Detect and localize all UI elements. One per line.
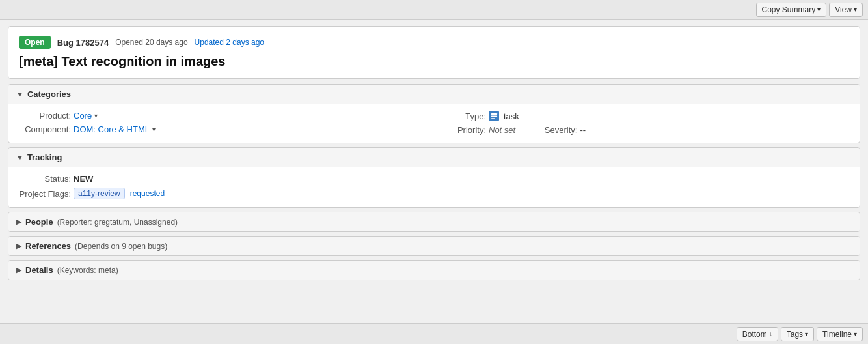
svg-rect-0 (491, 113, 496, 114)
priority-severity-row: Priority: Not set Severity: -- (434, 125, 849, 135)
component-row: Component: DOM: Core & HTML ▾ (19, 124, 434, 134)
timeline-label: Timeline (822, 330, 852, 339)
component-dropdown-icon[interactable]: ▾ (152, 126, 156, 133)
people-header[interactable]: ▶ People (Reporter: gregtatum, Unassigne… (8, 212, 860, 231)
details-header[interactable]: ▶ Details (Keywords: meta) (8, 261, 860, 280)
people-subtitle: (Reporter: gregtatum, Unassigned) (57, 218, 178, 227)
categories-grid: Product: Core ▾ Component: DOM: Core & H… (19, 111, 849, 135)
bug-id: Bug 1782574 (57, 38, 109, 48)
details-subtitle: (Keywords: meta) (57, 266, 118, 275)
bottom-toolbar: Bottom ↓ Tags ▾ Timeline ▾ (0, 323, 868, 344)
task-icon (489, 111, 499, 121)
product-label: Product: (19, 111, 71, 121)
categories-collapse-icon: ▼ (16, 91, 23, 98)
product-value[interactable]: Core (74, 111, 92, 121)
project-flags-label: Project Flags: (19, 189, 71, 199)
tracking-title: Tracking (27, 152, 62, 162)
product-row: Product: Core ▾ (19, 111, 434, 121)
status-label: Status: (19, 174, 71, 184)
timeline-button[interactable]: Timeline ▾ (817, 327, 863, 341)
categories-title: Categories (27, 89, 71, 99)
product-dropdown-icon[interactable]: ▾ (94, 112, 98, 119)
timeline-arrow-icon: ▾ (854, 330, 857, 337)
tags-label: Tags (787, 330, 803, 339)
tags-arrow-icon: ▾ (805, 330, 808, 337)
details-section: ▶ Details (Keywords: meta) (8, 260, 860, 280)
bottom-label: Bottom (742, 330, 767, 339)
categories-body: Product: Core ▾ Component: DOM: Core & H… (8, 104, 860, 143)
bottom-arrow-icon: ↓ (769, 330, 772, 337)
component-value[interactable]: DOM: Core & HTML (74, 124, 150, 134)
bug-meta-line: Open Bug 1782574 Opened 20 days ago Upda… (19, 36, 849, 49)
bug-title: [meta] Text recognition in images (19, 54, 849, 69)
categories-right: Type: task Priority: Not set (434, 111, 849, 135)
type-row: Type: task (434, 111, 849, 121)
svg-rect-1 (491, 115, 496, 117)
type-label: Type: (434, 111, 486, 121)
bug-updated-text[interactable]: Updated 2 days ago (195, 38, 264, 47)
tracking-section: ▼ Tracking Status: NEW Project Flags: a1… (8, 147, 860, 208)
details-collapse-icon: ▶ (16, 266, 21, 274)
priority-value[interactable]: Not set (489, 125, 515, 135)
categories-header[interactable]: ▼ Categories (8, 85, 860, 104)
severity-value[interactable]: -- (580, 125, 586, 135)
component-label: Component: (19, 124, 71, 134)
bug-header-card: Open Bug 1782574 Opened 20 days ago Upda… (8, 26, 860, 79)
references-collapse-icon: ▶ (16, 242, 21, 250)
copy-summary-arrow-icon: ▾ (817, 6, 821, 13)
priority-label: Priority: (434, 125, 486, 135)
categories-section: ▼ Categories Product: Core ▾ Component: … (8, 84, 860, 143)
severity-label: Severity: (525, 125, 577, 135)
svg-rect-2 (491, 118, 495, 119)
status-row: Status: NEW (19, 174, 849, 184)
copy-summary-button[interactable]: Copy Summary ▾ (756, 3, 827, 17)
status-badge: Open (19, 36, 51, 49)
people-title: People (25, 217, 53, 227)
bug-opened-text: Opened 20 days ago (115, 38, 187, 47)
categories-left: Product: Core ▾ Component: DOM: Core & H… (19, 111, 434, 135)
people-section: ▶ People (Reporter: gregtatum, Unassigne… (8, 212, 860, 232)
project-flags-row: Project Flags: a11y-review requested (19, 188, 849, 199)
view-arrow-icon: ▾ (854, 6, 857, 13)
references-subtitle: (Depends on 9 open bugs) (75, 242, 167, 251)
details-title: Details (25, 265, 53, 275)
people-collapse-icon: ▶ (16, 218, 21, 226)
tracking-body: Status: NEW Project Flags: a11y-review r… (8, 167, 860, 207)
references-header[interactable]: ▶ References (Depends on 9 open bugs) (8, 236, 860, 255)
tags-button[interactable]: Tags ▾ (781, 327, 814, 341)
main-content: Open Bug 1782574 Opened 20 days ago Upda… (0, 20, 868, 344)
view-label: View (835, 5, 852, 14)
references-section: ▶ References (Depends on 9 open bugs) (8, 236, 860, 256)
type-value[interactable]: task (504, 111, 519, 121)
view-button[interactable]: View ▾ (829, 3, 863, 17)
flag-status-value[interactable]: requested (130, 189, 165, 198)
copy-summary-label: Copy Summary (762, 5, 816, 14)
status-value: NEW (74, 174, 93, 184)
references-title: References (25, 241, 71, 251)
tracking-header[interactable]: ▼ Tracking (8, 148, 860, 167)
tracking-collapse-icon: ▼ (16, 154, 23, 162)
top-toolbar: Copy Summary ▾ View ▾ (0, 0, 868, 20)
bottom-button[interactable]: Bottom ↓ (737, 327, 778, 341)
flag-name-badge[interactable]: a11y-review (74, 188, 125, 199)
